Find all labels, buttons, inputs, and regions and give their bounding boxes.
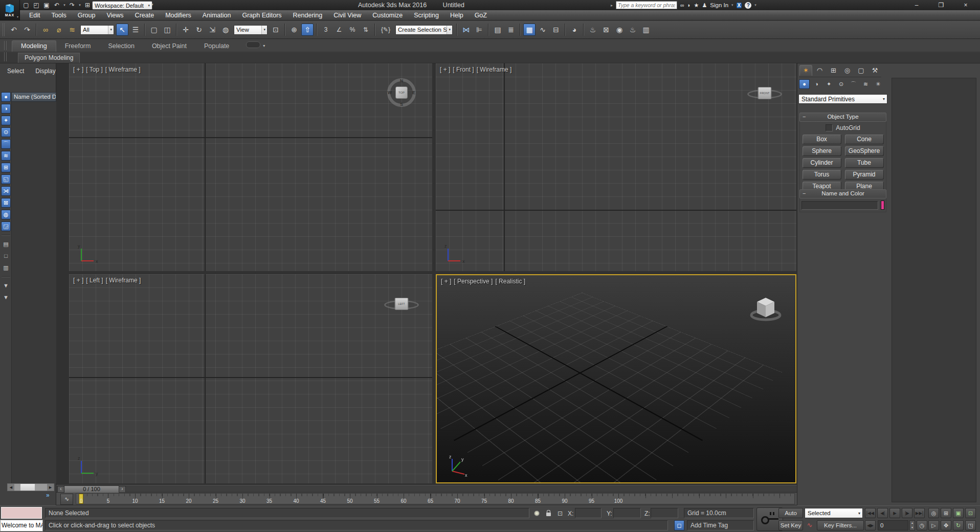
- menu-help[interactable]: Help: [444, 10, 469, 20]
- go-to-start-button[interactable]: |◀◀: [865, 508, 876, 518]
- key-mode-toggle[interactable]: ◀▶: [865, 520, 876, 530]
- undo-caret[interactable]: ▾: [62, 1, 66, 10]
- default-in-out-tangents-icon[interactable]: ∿: [805, 521, 814, 530]
- menu-create[interactable]: Create: [129, 10, 160, 20]
- viewport-front[interactable]: [ + ] [ Front ] [ Wireframe ] FRONT z x: [436, 63, 796, 271]
- ribbon-drag-handle[interactable]: [4, 41, 7, 50]
- zoom-extents-button[interactable]: ▣: [953, 508, 964, 518]
- tab-hierarchy[interactable]: ⊞: [827, 65, 840, 76]
- tube-button[interactable]: Tube: [845, 158, 884, 168]
- explorer-select-menu[interactable]: Select: [7, 68, 24, 75]
- viewport-left[interactable]: [ + ] [ Left ] [ Wireframe ] LEFT z y: [69, 274, 432, 483]
- viewport-pov-menu[interactable]: [ Top ]: [86, 66, 102, 73]
- percent-snap-icon[interactable]: %: [346, 24, 359, 36]
- explorer-object-list[interactable]: [11, 102, 56, 483]
- object-color-swatch[interactable]: [881, 201, 884, 210]
- workspace-dropdown[interactable]: Workspace: Default ▾: [92, 1, 152, 10]
- render-flyout-icon[interactable]: ♨: [627, 24, 639, 36]
- viewport-general-menu[interactable]: [ + ]: [73, 277, 83, 284]
- category-lights[interactable]: ✦: [823, 79, 834, 89]
- viewport-general-menu[interactable]: [ + ]: [73, 66, 83, 73]
- search-collapse-icon[interactable]: ▸: [611, 3, 613, 8]
- ribbon-tab-freeform[interactable]: Freeform: [56, 41, 100, 52]
- curve-editor-icon[interactable]: ∿: [537, 24, 549, 36]
- display-helpers-icon[interactable]: ⌒: [1, 139, 11, 149]
- viewport-perspective[interactable]: [ + ] [ Perspective ] [ Realistic ] z x …: [436, 274, 796, 483]
- undo-icon[interactable]: ↶: [52, 1, 61, 10]
- toggle-layer-explorer-icon[interactable]: ≣: [505, 24, 517, 36]
- unlink-selection-icon[interactable]: ⌀: [53, 24, 65, 36]
- ribbon-minimize-toggle[interactable]: [246, 41, 260, 48]
- menu-rendering[interactable]: Rendering: [287, 10, 328, 20]
- window-crossing-icon[interactable]: ◫: [161, 24, 173, 36]
- redo-caret[interactable]: ▾: [78, 1, 82, 10]
- viewport-top[interactable]: [ + ] [ Top ] [ Wireframe ] TOP N E S W …: [69, 63, 432, 271]
- select-and-link-icon[interactable]: ∞: [39, 24, 52, 36]
- adaptive-degradation-icon[interactable]: [534, 511, 540, 516]
- redo-icon[interactable]: ↷: [68, 1, 77, 10]
- viewport-general-menu[interactable]: [ + ]: [441, 278, 451, 285]
- select-invert-icon[interactable]: ▥: [1, 263, 11, 273]
- toggle-scene-explorer-icon[interactable]: ▤: [492, 24, 504, 36]
- viewport-shading-menu[interactable]: [ Wireframe ]: [105, 66, 141, 73]
- select-object-icon[interactable]: ↖: [116, 24, 128, 36]
- help-caret[interactable]: ▾: [754, 3, 756, 7]
- menu-civil-view[interactable]: Civil View: [328, 10, 367, 20]
- maxscript-macro-recorder[interactable]: [1, 507, 42, 519]
- display-containers-icon[interactable]: ⊠: [1, 198, 11, 208]
- category-systems[interactable]: ✳: [873, 79, 883, 89]
- name-color-rollout-header[interactable]: − Name and Color: [799, 189, 886, 198]
- mirror-icon[interactable]: ⋈: [460, 24, 472, 36]
- play-button[interactable]: ▶: [889, 508, 900, 518]
- use-pivot-point-center-icon[interactable]: ⊡: [270, 24, 282, 36]
- cylinder-button[interactable]: Cylinder: [803, 158, 841, 168]
- geosphere-button[interactable]: GeoSphere: [845, 146, 884, 156]
- viewcube-left-face[interactable]: LEFT: [395, 298, 409, 310]
- tab-modify[interactable]: ◠: [813, 65, 826, 76]
- application-menu-button[interactable]: MAX ▾: [0, 0, 20, 20]
- field-of-view-button[interactable]: ▷: [928, 520, 939, 530]
- scrollbar-thumb[interactable]: [20, 484, 35, 491]
- zoom-extents-all-button[interactable]: ⊡: [965, 508, 976, 518]
- bind-to-space-warp-icon[interactable]: ≋: [66, 24, 78, 36]
- display-filter-icon[interactable]: ▼: [1, 281, 11, 291]
- selection-lock-icon[interactable]: [546, 513, 551, 516]
- scroll-right-icon[interactable]: ▶: [47, 484, 54, 491]
- menu-tools[interactable]: Tools: [46, 10, 72, 20]
- tab-utilities[interactable]: ⚒: [868, 65, 881, 76]
- y-coordinate-field[interactable]: [613, 508, 641, 518]
- auto-key-button[interactable]: Auto Key: [778, 508, 803, 518]
- spinner-down-icon[interactable]: ▾: [910, 525, 915, 530]
- close-button[interactable]: ×: [953, 0, 978, 10]
- search-icon[interactable]: ∞: [680, 2, 684, 8]
- sign-in-caret[interactable]: ▾: [731, 3, 733, 7]
- time-slider-prev-icon[interactable]: ‹: [57, 486, 64, 493]
- explorer-name-column-header[interactable]: Name (Sorted Des: [11, 92, 56, 102]
- sign-in-button[interactable]: Sign In: [710, 2, 728, 8]
- autogrid-checkbox[interactable]: [826, 124, 833, 131]
- category-helpers[interactable]: ⌒: [848, 79, 859, 89]
- toolbar-drag-handle[interactable]: [3, 23, 5, 36]
- explorer-overflow-chevrons[interactable]: »: [46, 492, 50, 499]
- align-icon[interactable]: ⊫: [473, 24, 485, 36]
- named-selection-set-dropdown[interactable]: Create Selection Set▾: [395, 25, 453, 35]
- keyword-search-input[interactable]: [616, 1, 677, 9]
- new-scene-icon[interactable]: ▢: [21, 1, 31, 10]
- menu-customize[interactable]: Customize: [367, 10, 408, 20]
- ribbon-panel-drag-handle[interactable]: [4, 52, 7, 61]
- torus-button[interactable]: Torus: [803, 170, 841, 180]
- select-all-icon[interactable]: ▤: [1, 239, 11, 249]
- viewcube-top-face[interactable]: TOP: [395, 86, 408, 99]
- viewport-shading-menu[interactable]: [ Realistic ]: [495, 278, 525, 285]
- select-and-move-icon[interactable]: ✛: [180, 24, 192, 36]
- primitive-category-dropdown[interactable]: Standard Primitives ▾: [798, 94, 887, 104]
- key-filter-dropdown[interactable]: Selected ▾: [805, 508, 863, 518]
- menu-animation[interactable]: Animation: [197, 10, 237, 20]
- select-and-rotate-icon[interactable]: ↻: [193, 24, 205, 36]
- minimize-button[interactable]: –: [904, 0, 929, 10]
- rectangular-selection-region-icon[interactable]: ▢: [148, 24, 160, 36]
- key-filters-button[interactable]: Key Filters...: [817, 520, 864, 530]
- display-groups-icon[interactable]: ⊞: [1, 163, 11, 172]
- add-time-tag-field[interactable]: Add Time Tag: [687, 520, 754, 530]
- viewcube-compass[interactable]: TOP N E S W: [387, 78, 416, 107]
